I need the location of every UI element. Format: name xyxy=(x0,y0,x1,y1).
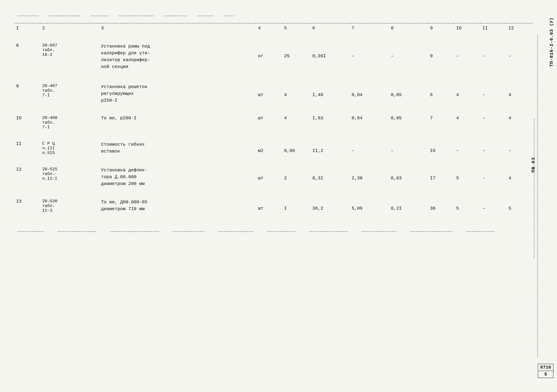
row10-ref: 20–408 табл. 7-I xyxy=(40,109,99,135)
row12-ref: 20–525 табл. п.I2-I xyxy=(40,161,99,193)
right-margin-mid-label: ПВ 63 xyxy=(531,157,536,173)
row13-c10: 5 xyxy=(454,193,480,216)
row10-desc: То же, р200-I xyxy=(99,109,256,135)
row11-c8: – xyxy=(389,135,428,161)
row8-c12: – xyxy=(506,34,532,76)
row8-c10: – xyxy=(454,34,480,76)
table-header-row: I 2 3 4 5 6 7 8 9 IO II I2 xyxy=(14,23,532,34)
row12-c8: 0,03 xyxy=(389,161,428,193)
row11-c9: IO xyxy=(428,135,454,161)
row13-c5: I xyxy=(282,193,310,216)
row13-c7: 5,09 xyxy=(350,193,389,216)
right-dashed-border xyxy=(537,35,538,357)
col-header-9: 9 xyxy=(428,23,454,34)
row13-unit: шт xyxy=(256,193,282,216)
row11-c5: 0,86 xyxy=(282,135,310,161)
row9-ref: 20–407 табл. 7-I xyxy=(40,76,99,109)
col-header-4: 4 xyxy=(256,23,282,34)
col-header-3: 3 xyxy=(99,23,256,34)
col-header-10: IO xyxy=(454,23,480,34)
row8-c7: – xyxy=(350,34,389,76)
main-table: I 2 3 4 5 6 7 8 9 IO II I2 8 20–697 табл… xyxy=(14,23,532,216)
row9-c7: 0,84 xyxy=(350,76,389,109)
row9-c6: I,48 xyxy=(310,76,350,109)
row9-desc: Установка решеток регулирующих рI50-I xyxy=(99,76,256,109)
row13-c9: 36 xyxy=(428,193,454,216)
row9-num: 9 xyxy=(14,76,40,109)
row8-num: 8 xyxy=(14,34,40,76)
row10-unit: шт xyxy=(256,109,282,135)
row13-num: I3 xyxy=(14,193,40,216)
row8-c8: – xyxy=(389,34,428,76)
col-header-5: 5 xyxy=(282,23,310,34)
row13-desc: То же, Д00.000-05 диаметром 7I0 мм xyxy=(99,193,256,216)
row10-c10: 4 xyxy=(454,109,480,135)
row11-desc: Стоимость гибких вставок xyxy=(99,135,256,161)
row13-c11: – xyxy=(480,193,507,216)
row12-num: I2 xyxy=(14,161,40,193)
box-bottom-value: 5 xyxy=(538,371,553,378)
top-dashed-lines xyxy=(14,14,547,16)
box-top-value: 8716 xyxy=(538,364,553,371)
row9-c10: 4 xyxy=(454,76,480,109)
col-header-11: II xyxy=(480,23,507,34)
row11-num: II xyxy=(14,135,40,161)
row8-c9: 9 xyxy=(428,34,454,76)
row11-ref: С Р Ц ч.III п.5I5 xyxy=(40,135,99,161)
row9-unit: шт xyxy=(256,76,282,109)
row8-ref: 20–697 табл. I8-2 xyxy=(40,34,99,76)
col-header-8: 8 xyxy=(389,23,428,34)
row12-c6: 8,3I xyxy=(310,161,350,193)
row10-c5: 4 xyxy=(282,109,310,135)
row10-c7: 0,84 xyxy=(350,109,389,135)
row9-c5: 4 xyxy=(282,76,310,109)
row13-ref: 20–530 табл. I2-3 xyxy=(40,193,99,216)
col-header-2: 2 xyxy=(40,23,99,34)
row9-c12: 4 xyxy=(506,76,532,109)
row10-c6: I,63 xyxy=(310,109,350,135)
row8-c5: 25 xyxy=(282,34,310,76)
row12-c12: 4 xyxy=(506,161,532,193)
col-header-1: I xyxy=(14,23,40,34)
table-row: IO 20–408 табл. 7-I То же, р200-I шт 4 I… xyxy=(14,109,532,135)
row11-c6: II,2 xyxy=(310,135,350,161)
bottom-dashed-lines xyxy=(14,230,547,232)
row12-desc: Установка дефлек- тора Д.00.000 диаметро… xyxy=(99,161,256,193)
col-header-7: 7 xyxy=(350,23,389,34)
row12-c9: I7 xyxy=(428,161,454,193)
row9-c11: – xyxy=(480,76,507,109)
row12-c10: 5 xyxy=(454,161,480,193)
table-row: I3 20–530 табл. I2-3 То же, Д00.000-05 д… xyxy=(14,193,532,216)
row8-c6: 0,36I xyxy=(310,34,350,76)
row12-c11: – xyxy=(480,161,507,193)
col-header-12: I2 xyxy=(506,23,532,34)
row12-c5: 2 xyxy=(282,161,310,193)
row13-c8: 0,2I xyxy=(389,193,428,216)
row11-unit: м2 xyxy=(256,135,282,161)
right-margin-top-label: ТП-816-2-6.63 (У) xyxy=(549,17,554,67)
table-row: II С Р Ц ч.III п.5I5 Стоимость гибких вс… xyxy=(14,135,532,161)
page: ТП-816-2-6.63 (У) I 2 3 4 5 6 7 8 9 IO I… xyxy=(0,0,557,392)
right-dashed-sep xyxy=(534,119,534,259)
row11-c7: – xyxy=(350,135,389,161)
row12-unit: шт xyxy=(256,161,282,193)
row11-c12: – xyxy=(506,135,532,161)
row10-num: IO xyxy=(14,109,40,135)
row9-c9: 6 xyxy=(428,76,454,109)
row13-c6: 36,2 xyxy=(310,193,350,216)
row8-desc: Установка рамы под калорифер для ути- ли… xyxy=(99,34,256,76)
row10-c9: 7 xyxy=(428,109,454,135)
row10-c11: – xyxy=(480,109,507,135)
table-row: 8 20–697 табл. I8-2 Установка рамы под к… xyxy=(14,34,532,76)
row11-c10: – xyxy=(454,135,480,161)
row8-c11: – xyxy=(480,34,507,76)
row10-c12: 4 xyxy=(506,109,532,135)
row9-c8: 0,05 xyxy=(389,76,428,109)
col-header-6: 6 xyxy=(310,23,350,34)
bottom-right-box: 8716 5 xyxy=(538,364,554,378)
row13-c12: 5 xyxy=(506,193,532,216)
row8-unit: кг xyxy=(256,34,282,76)
row12-c7: 2,38 xyxy=(350,161,389,193)
table-row: 9 20–407 табл. 7-I Установка решеток рег… xyxy=(14,76,532,109)
row11-c11: – xyxy=(480,135,507,161)
